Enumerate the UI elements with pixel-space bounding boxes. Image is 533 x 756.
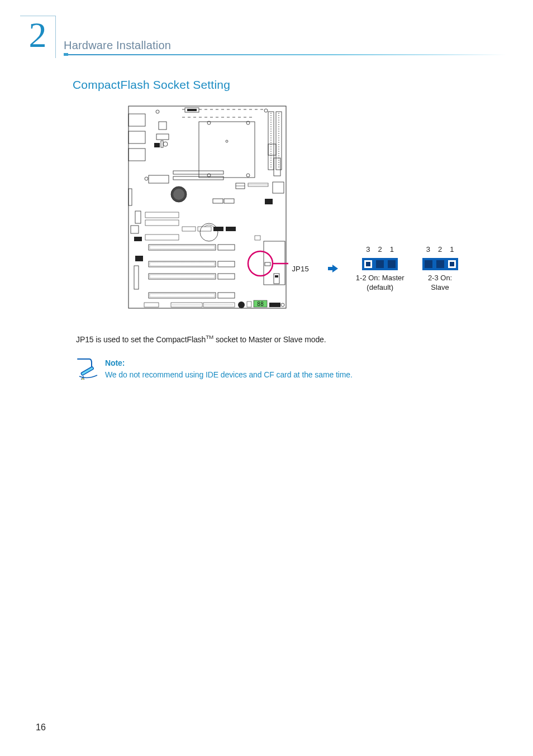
svg-point-33 bbox=[173, 189, 184, 200]
pin-numbers: 3 2 1 bbox=[426, 245, 454, 253]
svg-rect-41 bbox=[213, 199, 223, 203]
svg-rect-0 bbox=[129, 106, 286, 308]
svg-rect-56 bbox=[149, 245, 216, 250]
svg-rect-20 bbox=[159, 122, 166, 130]
svg-rect-62 bbox=[218, 261, 235, 267]
svg-text:88: 88 bbox=[257, 301, 264, 307]
note-label: Note: bbox=[105, 358, 125, 367]
svg-rect-66 bbox=[218, 274, 235, 279]
svg-rect-86 bbox=[269, 303, 280, 307]
note-body: We do not recommend using IDE devices an… bbox=[105, 370, 353, 379]
jumper-desc-master: 1-2 On: Master (default) bbox=[356, 274, 404, 293]
svg-rect-90 bbox=[366, 262, 370, 266]
svg-point-13 bbox=[226, 140, 228, 142]
arrow-icon bbox=[328, 265, 338, 272]
svg-point-15 bbox=[281, 303, 284, 307]
svg-point-82 bbox=[238, 302, 245, 308]
note-text: Note: We do not recommend using IDE devi… bbox=[105, 357, 353, 381]
svg-rect-21 bbox=[156, 134, 169, 140]
svg-point-74 bbox=[248, 251, 273, 276]
svg-rect-30 bbox=[274, 158, 280, 176]
motherboard-diagram: 88 bbox=[126, 105, 288, 314]
svg-rect-46 bbox=[145, 212, 179, 218]
svg-rect-22 bbox=[154, 143, 160, 147]
svg-rect-51 bbox=[226, 227, 236, 231]
svg-rect-98 bbox=[81, 366, 94, 375]
svg-rect-49 bbox=[198, 227, 211, 231]
header-title: Hardware Installation bbox=[64, 39, 506, 52]
svg-point-7 bbox=[156, 110, 159, 113]
chapter-number: 2 bbox=[29, 17, 47, 53]
svg-rect-68 bbox=[150, 294, 215, 297]
jumper-options: JP15 3 2 1 1-2 On: Master bbox=[293, 245, 458, 293]
svg-rect-29 bbox=[268, 144, 276, 155]
svg-rect-92 bbox=[388, 260, 396, 268]
svg-rect-4 bbox=[199, 122, 255, 178]
svg-rect-77 bbox=[144, 303, 159, 307]
svg-rect-61 bbox=[150, 262, 215, 266]
svg-rect-95 bbox=[436, 260, 444, 268]
svg-rect-69 bbox=[218, 293, 235, 298]
jumper-reference-label: JP15 bbox=[292, 265, 308, 273]
svg-rect-45 bbox=[131, 226, 139, 233]
svg-rect-3 bbox=[187, 109, 197, 111]
svg-rect-83 bbox=[247, 302, 251, 307]
svg-rect-44 bbox=[135, 211, 141, 223]
svg-point-52 bbox=[200, 223, 218, 241]
svg-rect-71 bbox=[265, 262, 270, 266]
svg-rect-63 bbox=[134, 266, 139, 289]
svg-rect-58 bbox=[218, 245, 235, 250]
header-underline bbox=[64, 53, 506, 56]
svg-rect-19 bbox=[129, 189, 132, 205]
svg-rect-40 bbox=[273, 182, 284, 193]
svg-point-14 bbox=[145, 177, 148, 180]
svg-rect-17 bbox=[129, 131, 145, 143]
svg-rect-48 bbox=[182, 227, 196, 231]
svg-rect-43 bbox=[265, 199, 273, 204]
svg-rect-53 bbox=[145, 235, 179, 240]
chapter-number-box: 2 bbox=[20, 16, 56, 58]
page-header: 2 Hardware Installation bbox=[20, 16, 506, 58]
header-right: Hardware Installation bbox=[64, 39, 506, 58]
svg-marker-87 bbox=[328, 265, 338, 272]
svg-rect-65 bbox=[150, 275, 215, 278]
svg-point-8 bbox=[264, 109, 268, 112]
page-number: 16 bbox=[36, 722, 46, 733]
svg-rect-67 bbox=[149, 293, 216, 298]
svg-rect-59 bbox=[135, 256, 143, 261]
svg-rect-54 bbox=[134, 237, 142, 241]
svg-rect-97 bbox=[450, 262, 454, 266]
svg-point-12 bbox=[246, 174, 250, 177]
svg-rect-60 bbox=[149, 261, 216, 267]
main-figure: 88 JP15 3 2 1 bbox=[78, 105, 506, 314]
svg-rect-23 bbox=[161, 141, 163, 147]
svg-rect-73 bbox=[275, 275, 278, 277]
svg-rect-18 bbox=[129, 149, 145, 161]
svg-rect-50 bbox=[213, 227, 223, 231]
svg-rect-34 bbox=[173, 171, 223, 174]
svg-rect-94 bbox=[425, 260, 432, 268]
svg-point-24 bbox=[163, 142, 168, 146]
jumper-option-slave: 3 2 1 2-3 On: Slave bbox=[422, 245, 458, 293]
jumper-diagram-slave bbox=[422, 258, 458, 270]
section-title: CompactFlash Socket Setting bbox=[73, 78, 506, 92]
svg-rect-31 bbox=[149, 175, 169, 183]
svg-rect-72 bbox=[274, 274, 279, 284]
svg-rect-42 bbox=[224, 199, 234, 203]
svg-rect-16 bbox=[129, 114, 145, 126]
note-block: Note: We do not recommend using IDE devi… bbox=[76, 357, 506, 381]
jumper-desc-slave: 2-3 On: Slave bbox=[428, 274, 452, 293]
jumper-diagram-master bbox=[362, 258, 398, 270]
svg-rect-47 bbox=[145, 220, 179, 226]
jumper-option-master: 3 2 1 1-2 On: Master (default) bbox=[356, 245, 404, 293]
svg-rect-35 bbox=[173, 176, 223, 180]
note-pencil-icon bbox=[76, 357, 101, 380]
body-paragraph: JP15 is used to set the CompactFlashTM s… bbox=[76, 334, 506, 344]
svg-rect-64 bbox=[149, 274, 216, 279]
svg-rect-55 bbox=[255, 236, 260, 240]
svg-rect-91 bbox=[376, 260, 384, 268]
svg-rect-57 bbox=[150, 246, 215, 249]
pin-numbers: 3 2 1 bbox=[366, 245, 394, 253]
